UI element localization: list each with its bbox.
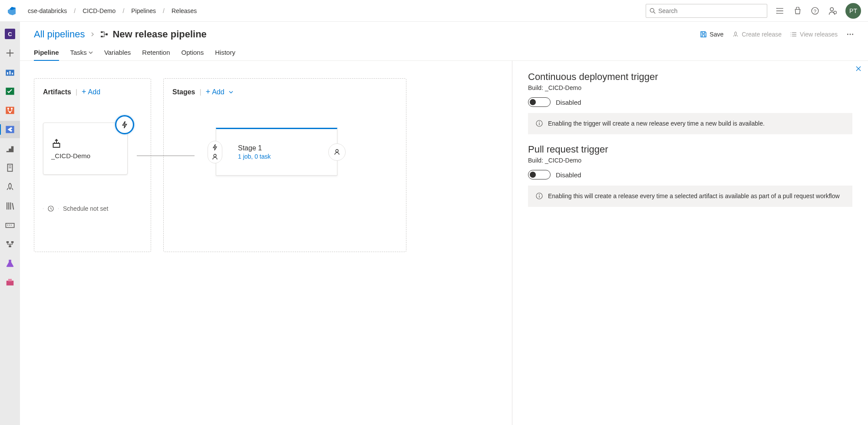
clock-icon	[47, 205, 54, 212]
person-icon	[211, 153, 218, 160]
svg-rect-33	[106, 33, 108, 36]
svg-rect-11	[10, 71, 11, 74]
create-release-button[interactable]: Create release	[732, 31, 782, 38]
tab-history[interactable]: History	[215, 49, 235, 60]
cd-trigger-toggle-label: Disabled	[556, 99, 581, 106]
sidebar-taskgroups[interactable]	[0, 216, 20, 234]
artifacts-header: Artifacts	[43, 88, 71, 96]
top-header: cse-databricks / CICD-Demo / Pipelines /…	[0, 0, 868, 22]
person-icon	[333, 149, 340, 156]
svg-point-35	[850, 34, 851, 35]
help-icon[interactable]: ?	[811, 7, 819, 15]
build-artifact-icon	[51, 138, 62, 149]
pipeline-title[interactable]: New release pipeline	[112, 29, 206, 40]
svg-rect-29	[7, 281, 14, 286]
cd-info-box: Enabling the trigger will create a new r…	[528, 113, 852, 134]
stage-pre-conditions[interactable]	[208, 141, 222, 163]
close-panel-button[interactable]	[853, 63, 864, 74]
close-icon	[855, 65, 862, 72]
breadcrumb-org[interactable]: cse-databricks	[28, 7, 67, 14]
schedule-row[interactable]: Schedule not set	[43, 201, 142, 216]
breadcrumb-sep: /	[122, 7, 124, 14]
user-avatar[interactable]: PT	[845, 3, 861, 19]
user-settings-icon[interactable]	[828, 7, 837, 15]
tab-retention[interactable]: Retention	[142, 49, 170, 60]
stages-header: Stages	[172, 88, 195, 96]
cd-trigger-title: Continuous deployment trigger	[528, 71, 852, 83]
view-releases-button[interactable]: View releases	[790, 31, 838, 38]
breadcrumb-project[interactable]: CICD-Demo	[83, 7, 116, 14]
flask-icon	[5, 259, 15, 268]
stage-jobs-link[interactable]: 1 job, 0 task	[238, 153, 315, 160]
tab-tasks[interactable]: Tasks	[70, 49, 93, 60]
sidebar-boards[interactable]	[0, 83, 20, 100]
svg-point-40	[336, 149, 338, 152]
search-input[interactable]	[658, 7, 763, 14]
artifacts-panel: Artifacts | + Add _CICD-Demo	[34, 78, 151, 252]
tabs: Pipeline Tasks Variables Retention Optio…	[20, 49, 868, 61]
sidebar-add[interactable]	[0, 44, 20, 62]
sidebar-artifacts[interactable]	[0, 274, 20, 291]
svg-point-24	[9, 225, 10, 226]
pr-trigger-title: Pull request trigger	[528, 144, 852, 155]
sidebar-project[interactable]: C	[0, 25, 20, 43]
environments-icon	[5, 144, 15, 153]
sidebar-releases[interactable]	[0, 159, 20, 176]
server-icon	[5, 163, 15, 173]
sidebar-rocket[interactable]	[0, 178, 20, 196]
save-button[interactable]: Save	[700, 31, 723, 38]
trigger-panel: Continuous deployment trigger Build: _CI…	[512, 61, 868, 425]
sidebar-environments[interactable]	[0, 140, 20, 157]
sidebar-repos[interactable]	[0, 102, 20, 119]
cd-trigger-toggle[interactable]	[528, 97, 551, 107]
lightning-icon	[121, 121, 129, 129]
tab-pipeline[interactable]: Pipeline	[34, 49, 59, 60]
all-pipelines-link[interactable]: All pipelines	[34, 29, 85, 40]
artifact-name: _CICD-Demo	[51, 152, 119, 159]
sidebar-testplans[interactable]	[0, 255, 20, 272]
pr-trigger-toggle[interactable]	[528, 170, 551, 179]
marketplace-icon[interactable]	[793, 7, 802, 15]
sidebar-library[interactable]	[0, 197, 20, 215]
cd-trigger-build: Build: _CICD-Demo	[528, 84, 852, 91]
list-icon[interactable]	[776, 7, 785, 15]
svg-rect-10	[7, 72, 8, 75]
pr-info-box: Enabling this will create a release ever…	[528, 186, 852, 207]
rocket-icon	[5, 182, 15, 192]
breadcrumb-page[interactable]: Releases	[172, 7, 197, 14]
pr-trigger-build: Build: _CICD-Demo	[528, 157, 852, 164]
svg-rect-22	[6, 223, 14, 228]
deployment-icon	[5, 239, 15, 249]
search-box[interactable]	[646, 4, 767, 18]
schedule-text: Schedule not set	[63, 205, 108, 212]
svg-point-43	[539, 122, 540, 123]
save-icon	[700, 31, 707, 38]
stage-post-conditions[interactable]	[328, 143, 346, 161]
search-icon	[650, 8, 656, 14]
stage-name: Stage 1	[238, 144, 315, 152]
svg-rect-12	[12, 73, 13, 74]
keyboard-icon	[5, 220, 15, 230]
sidebar-overview[interactable]	[0, 63, 20, 81]
sidebar-pipelines[interactable]	[0, 121, 20, 138]
pr-info-text: Enabling this will create a release ever…	[548, 192, 840, 201]
breadcrumb-section[interactable]: Pipelines	[131, 7, 156, 14]
sidebar-deployment-groups[interactable]	[0, 236, 20, 253]
svg-point-8	[834, 11, 836, 13]
rocket-icon	[732, 31, 739, 38]
add-artifact-button[interactable]: + Add	[82, 87, 100, 96]
add-stage-button[interactable]: + Add	[206, 87, 233, 96]
pipeline-canvas: Artifacts | + Add _CICD-Demo	[20, 61, 512, 425]
more-actions-button[interactable]	[846, 30, 854, 38]
artifact-card[interactable]: _CICD-Demo	[43, 123, 128, 175]
stage-card[interactable]: Stage 1 1 job, 0 task	[216, 128, 337, 176]
library-icon	[5, 201, 15, 211]
pr-trigger-toggle-label: Disabled	[556, 171, 581, 179]
plus-icon: +	[206, 87, 211, 96]
tab-options[interactable]: Options	[182, 49, 204, 60]
artifact-trigger-badge[interactable]	[115, 115, 134, 134]
tab-variables[interactable]: Variables	[104, 49, 131, 60]
svg-rect-37	[53, 143, 60, 147]
breadcrumb-sep: /	[163, 7, 165, 14]
pipelines-icon	[5, 125, 15, 134]
